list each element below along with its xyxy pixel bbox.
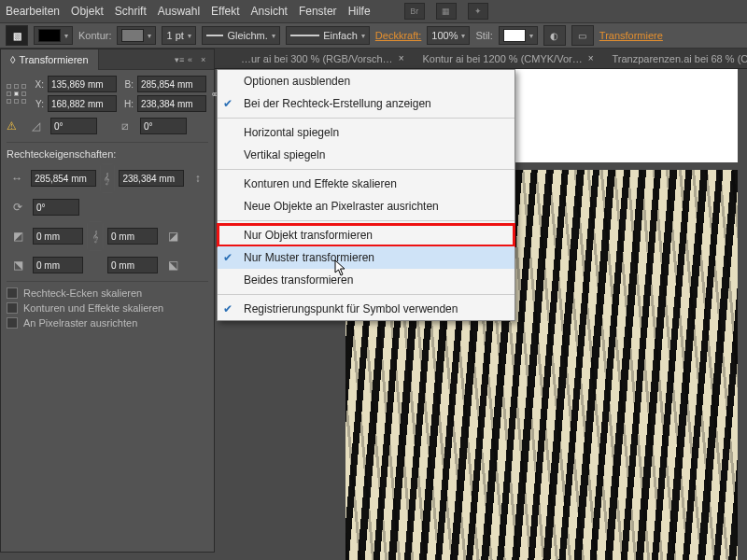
corner-tr-icon: ◪ xyxy=(162,226,184,246)
gpu-preview-icon[interactable]: ✦ xyxy=(468,3,488,20)
brush-dropdown[interactable]: Einfach▾ xyxy=(286,26,370,45)
no-selection-icon[interactable]: ▧ xyxy=(6,25,28,46)
app-menubar: Bearbeiten Objekt Schrift Auswahl Effekt… xyxy=(0,0,747,22)
close-icon[interactable]: × xyxy=(588,53,594,63)
shear-field[interactable]: 0° xyxy=(140,118,187,134)
menu-select[interactable]: Auswahl xyxy=(158,5,200,18)
style-dropdown[interactable]: ▾ xyxy=(499,26,538,45)
stroke-label: Kontur: xyxy=(78,30,111,41)
doc-tab-1[interactable]: …ur ai bei 300 % (RGB/Vorsch…× xyxy=(233,50,411,67)
menu-flip-horizontal[interactable]: Horizontal spiegeln xyxy=(218,121,514,144)
doc-tab-2[interactable]: Kontur ai bei 1200 % (CMYK/Vor…× xyxy=(415,50,600,67)
b-field[interactable]: 285,854 mm xyxy=(137,76,206,92)
width-icon: ↔ xyxy=(7,168,27,189)
align-icon[interactable]: ▭ xyxy=(571,25,594,46)
corner-bl-icon: ⬔ xyxy=(7,255,29,275)
link-wh-icon[interactable]: 𝄞 xyxy=(100,163,116,193)
check-icon: ✔ xyxy=(223,251,233,264)
b-label: B: xyxy=(120,79,134,90)
rotation-icon: ⟳ xyxy=(7,197,29,217)
rotate-field[interactable]: 0° xyxy=(50,118,97,134)
control-toolbar: ▧ ▾ Kontur: ▾ 1 pt▾ Gleichm.▾ Einfach▾ D… xyxy=(0,22,747,49)
scale-corners-checkbox[interactable]: Rechteck-Ecken skalieren xyxy=(7,287,208,299)
close-icon[interactable]: × xyxy=(201,55,210,64)
corner-br-icon: ⬕ xyxy=(162,255,184,275)
opacity-field[interactable]: 100%▾ xyxy=(427,26,470,45)
scale-strokes-checkbox[interactable]: Konturen und Effekte skalieren xyxy=(7,302,208,314)
warning-icon: ⚠ xyxy=(7,119,17,133)
menu-view[interactable]: Ansicht xyxy=(251,5,288,18)
menu-flip-vertical[interactable]: Vertikal spiegeln xyxy=(218,144,514,166)
menu-hide-options[interactable]: Optionen ausblenden xyxy=(218,70,514,92)
y-label: Y: xyxy=(31,99,44,109)
link-corners-icon[interactable]: 𝄞 xyxy=(87,221,104,251)
stroke-profile-dropdown[interactable]: Gleichm.▾ xyxy=(202,26,280,45)
close-icon[interactable]: × xyxy=(399,53,404,63)
corner-tl-icon: ◩ xyxy=(7,226,29,246)
align-pixel-checkbox[interactable]: An Pixelraster ausrichten xyxy=(7,317,208,329)
opacity-label[interactable]: Deckkraft: xyxy=(375,30,422,41)
menu-type[interactable]: Schrift xyxy=(115,5,147,18)
style-label: Stil: xyxy=(475,30,492,41)
stroke-swatch-dropdown[interactable]: ▾ xyxy=(117,26,156,45)
transform-panel: ◊ Transformieren ▾≡ « × X: 135,869 mm B:… xyxy=(0,49,215,553)
arrange-docs-icon[interactable]: ▦ xyxy=(436,3,457,20)
stroke-weight-field[interactable]: 1 pt▾ xyxy=(162,26,195,45)
rect-properties-heading: Rechteckeigenschaften: xyxy=(7,148,208,160)
x-label: X: xyxy=(31,79,44,90)
rect-height-field[interactable]: 238,384 mm xyxy=(119,170,183,187)
angle-icon: ◿ xyxy=(24,116,47,136)
panel-flyout-menu: Optionen ausblenden ✔Bei der Rechteck-Er… xyxy=(217,69,515,321)
menu-transform-both[interactable]: Beides transformieren xyxy=(218,269,514,291)
menu-effect[interactable]: Effekt xyxy=(211,5,239,18)
recolor-icon[interactable]: ◐ xyxy=(543,25,566,46)
fill-swatch-dropdown[interactable]: ▾ xyxy=(34,26,73,45)
doc-tab-3[interactable]: Tranzparenzen.ai bei 68 % (CM xyxy=(605,50,747,67)
menu-window[interactable]: Fenster xyxy=(299,5,337,18)
menu-transform-object-only[interactable]: Nur Objekt transformieren xyxy=(218,224,514,246)
menu-align-new-to-pixel[interactable]: Neue Objekte an Pixelraster ausrichten xyxy=(218,195,514,217)
shear-icon: ⧄ xyxy=(114,116,136,136)
menu-scale-strokes[interactable]: Konturen und Effekte skalieren xyxy=(218,173,514,195)
menu-object[interactable]: Objekt xyxy=(71,5,104,18)
h-field[interactable]: 238,384 mm xyxy=(137,95,206,112)
rect-width-field[interactable]: 285,854 mm xyxy=(31,170,95,187)
menu-edit[interactable]: Bearbeiten xyxy=(6,5,60,18)
h-label: H: xyxy=(120,99,134,109)
reference-point-icon[interactable] xyxy=(7,81,27,107)
check-icon: ✔ xyxy=(223,302,233,315)
corner-tr-field[interactable]: 0 mm xyxy=(107,228,158,245)
collapse-icon[interactable]: « xyxy=(188,55,197,64)
menu-show-on-rect-create[interactable]: ✔Bei der Rechteck-Erstellung anzeigen xyxy=(218,92,514,115)
corner-tl-field[interactable]: 0 mm xyxy=(33,228,83,245)
rect-rotate-field[interactable]: 0° xyxy=(33,199,79,216)
menu-use-reg-point-symbol[interactable]: ✔Registrierungspunkt für Symbol verwende… xyxy=(218,298,514,320)
corner-bl-field[interactable]: 0 mm xyxy=(33,257,83,273)
menu-help[interactable]: Hilfe xyxy=(348,5,371,18)
check-icon: ✔ xyxy=(223,97,233,110)
panel-tab-transform[interactable]: ◊ Transformieren xyxy=(1,49,99,70)
height-icon: ↕ xyxy=(188,168,208,189)
y-field[interactable]: 168,882 mm xyxy=(48,95,117,112)
corner-br-field[interactable]: 0 mm xyxy=(107,257,158,273)
menu-transform-pattern-only[interactable]: ✔Nur Muster transformieren xyxy=(218,246,514,269)
transform-link[interactable]: Transformiere xyxy=(599,30,663,41)
bridge-icon[interactable]: Br xyxy=(404,3,425,20)
panel-menu-icon[interactable]: ▾≡ xyxy=(175,55,184,64)
x-field[interactable]: 135,869 mm xyxy=(48,76,117,92)
